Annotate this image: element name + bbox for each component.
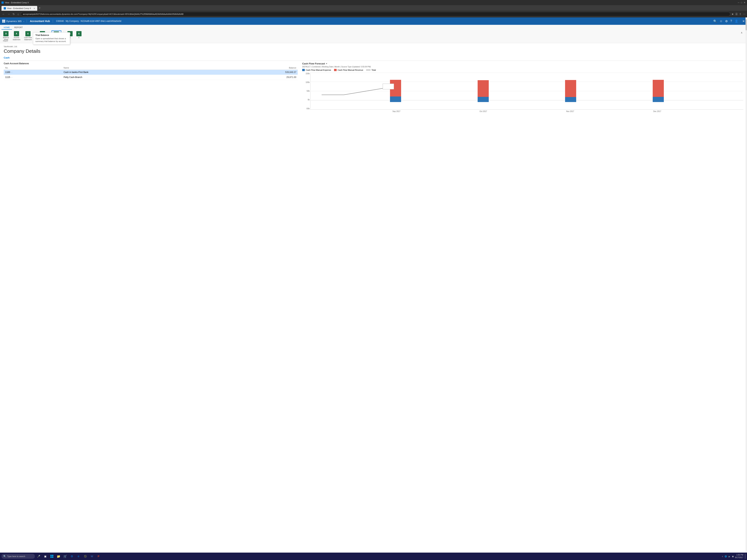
bar-blue-nov bbox=[565, 97, 576, 102]
ribbon-collapse-button[interactable]: ∧ bbox=[741, 31, 743, 34]
close-window-button[interactable]: ✕ bbox=[744, 1, 746, 4]
address-input[interactable] bbox=[21, 12, 730, 16]
volume-icon[interactable]: 🔈 bbox=[728, 555, 730, 557]
bar-stack-sep[interactable] bbox=[390, 80, 401, 102]
row-actions-1100[interactable]: ⋯ bbox=[11, 71, 12, 73]
d365-logo[interactable]: Dynamics 365 ⌄ bbox=[2, 20, 27, 23]
cash-balances-table: No. Name Balance 1100 ⋯ bbox=[4, 66, 298, 80]
taskbar-search-label[interactable]: Type here to search bbox=[7, 555, 25, 557]
minimize-button[interactable]: ─ bbox=[738, 1, 740, 4]
start-button[interactable] bbox=[49, 553, 55, 559]
d365-header: Dynamics 365 ⌄ Accountant Hub C00040 · M… bbox=[0, 18, 747, 25]
bar-chart-wrapper: 150k 100k 50k 0k -50k bbox=[310, 73, 743, 112]
cash-flow-icon: X bbox=[25, 31, 31, 36]
home-button[interactable]: ⌂ bbox=[17, 12, 20, 16]
microphone-icon[interactable]: 🎤 bbox=[35, 553, 42, 559]
app-close-button[interactable]: ✕ bbox=[742, 20, 745, 23]
chart-title-chevron-icon[interactable]: ▼ bbox=[326, 62, 328, 64]
ribbon: HOME REPORT X BalanceSheet X IncomeState… bbox=[0, 25, 747, 43]
share-icon[interactable]: ⇧ bbox=[739, 12, 742, 16]
cash-balances-subtitle: Cash Account Balances bbox=[4, 62, 298, 65]
table-row[interactable]: 1115 ⋯ Petty Cash-Branch 29,871.00 bbox=[4, 75, 298, 80]
tab-label: View - Embedded Comp X bbox=[7, 7, 31, 9]
legend-line-total bbox=[366, 70, 370, 70]
d365-squares-icon bbox=[2, 20, 5, 23]
edge-button[interactable]: e bbox=[76, 553, 81, 559]
legend-item-revenue: Cash Flow Manual Revenue bbox=[334, 69, 363, 71]
show-desktop-button[interactable] bbox=[745, 554, 746, 559]
favicon bbox=[1, 1, 4, 4]
hub-name-label[interactable]: Accountant Hub bbox=[27, 20, 53, 23]
refresh-button[interactable]: ↻ bbox=[12, 12, 16, 16]
bars-container bbox=[310, 80, 743, 102]
income-statement-button[interactable]: X IncomeStatement bbox=[11, 30, 22, 42]
file-explorer-button[interactable]: 📁 bbox=[56, 553, 61, 559]
extra-btn-2-label: A bbox=[78, 37, 79, 39]
profile-icon[interactable]: 👤 bbox=[735, 20, 738, 23]
tab-close-icon[interactable]: ✕ bbox=[33, 7, 35, 9]
taskbar-search-box[interactable]: 🔍 Type here to search bbox=[1, 554, 35, 559]
word-button[interactable]: W bbox=[89, 553, 95, 559]
taskbar-clock[interactable]: 1:55 PM 9/17/2017 bbox=[735, 554, 744, 559]
search-icon[interactable]: 🔍 bbox=[713, 20, 717, 23]
x-label-oct: Oct 2017 bbox=[480, 110, 487, 112]
maximize-button[interactable]: □ bbox=[741, 1, 742, 4]
tray-caret-icon[interactable]: ∧ bbox=[722, 555, 723, 557]
ribbon-tab-home[interactable]: HOME bbox=[1, 26, 12, 30]
content-inner: VanArsdel, Ltd. Company Details Cash Cas… bbox=[0, 43, 747, 119]
ribbon-content: X BalanceSheet X IncomeStatement X Cash … bbox=[1, 30, 746, 43]
cell-name-1100: Cash in banks-First Bank bbox=[62, 70, 218, 75]
balance-sheet-icon: X bbox=[3, 31, 8, 36]
bar-stack-dec[interactable] bbox=[653, 80, 664, 102]
smiley-icon[interactable]: ☺ bbox=[720, 20, 723, 23]
ribbon-tab-report[interactable]: REPORT bbox=[12, 26, 25, 30]
action-center-icon[interactable]: ▣ bbox=[732, 555, 733, 557]
y-axis-labels: 150k 100k 50k 0k -50k bbox=[302, 73, 310, 110]
scrollbar-track[interactable] bbox=[746, 43, 747, 560]
bar-red-nov bbox=[565, 80, 576, 97]
chrome-button[interactable]: ⚫ bbox=[82, 553, 88, 559]
tab-title[interactable]: View - Embedded Comp X bbox=[5, 1, 29, 4]
bar-blue-oct bbox=[478, 97, 489, 102]
task-view-button[interactable]: ▣ bbox=[42, 553, 48, 559]
network-icon[interactable]: 🌐 bbox=[725, 555, 727, 557]
cell-name-1115: Petty Cash-Branch bbox=[62, 75, 218, 80]
x-label-dec: Dec 2017 bbox=[653, 110, 661, 112]
ribbon-extra-button-2[interactable]: X A bbox=[75, 30, 83, 39]
forward-button[interactable]: → bbox=[7, 12, 11, 16]
bar-stack-oct[interactable] bbox=[478, 80, 489, 102]
browser-titlebar: View - Embedded Comp X ─ □ ✕ bbox=[0, 0, 747, 5]
bar-blue-sep bbox=[390, 97, 401, 102]
outlook-button[interactable]: O bbox=[69, 553, 75, 559]
extra-btn-2-icon: X bbox=[76, 31, 81, 36]
cash-flow-statement-button[interactable]: X Cash FlowStatement bbox=[23, 30, 33, 42]
settings-icon[interactable]: ⚙ bbox=[725, 20, 728, 23]
browser-tab-active[interactable]: View - Embedded Comp X ✕ bbox=[1, 6, 37, 11]
more-icon[interactable]: ⋯ bbox=[743, 12, 746, 16]
legend-color-expense bbox=[302, 69, 305, 71]
new-tab-button[interactable]: + bbox=[39, 6, 41, 10]
bar-stack-nov[interactable] bbox=[565, 80, 576, 102]
y-label-0k: 0k bbox=[302, 99, 310, 101]
table-row[interactable]: 1100 ⋯ Cash in banks-First Bank 539,849.… bbox=[4, 70, 298, 75]
browser-tabs-bar: View - Embedded Comp X ✕ + bbox=[0, 5, 747, 11]
store-button[interactable]: 🛒 bbox=[62, 553, 68, 559]
back-button[interactable]: ← bbox=[1, 12, 5, 16]
legend-label-total: Total bbox=[371, 69, 376, 71]
y-label-50k: 50k bbox=[302, 90, 310, 92]
col-header-no: No. bbox=[4, 66, 62, 70]
address-bar: ← → ↻ ⌂ ★ ☰ ⇧ ⋯ bbox=[0, 11, 747, 18]
cash-account-balances-panel: Cash Account Balances No. Name Balance bbox=[4, 62, 298, 117]
col-header-balance: Balance bbox=[218, 66, 298, 70]
favorites-icon[interactable]: ★ bbox=[731, 12, 734, 16]
row-actions-1115[interactable]: ⋯ bbox=[11, 76, 12, 78]
svg-rect-3 bbox=[52, 557, 53, 558]
powerpoint-button[interactable]: P bbox=[96, 553, 102, 559]
app-container: Dynamics 365 ⌄ Accountant Hub C00040 · M… bbox=[0, 18, 747, 560]
legend-label-expense: Cash Flow Manual Expense bbox=[306, 69, 331, 71]
breadcrumb: VanArsdel, Ltd. bbox=[4, 45, 743, 48]
legend-item-total: Total bbox=[366, 69, 376, 71]
reading-view-icon[interactable]: ☰ bbox=[735, 12, 738, 16]
cell-no-1115: 1115 ⋯ bbox=[4, 75, 62, 80]
help-icon[interactable]: ? bbox=[730, 20, 732, 23]
